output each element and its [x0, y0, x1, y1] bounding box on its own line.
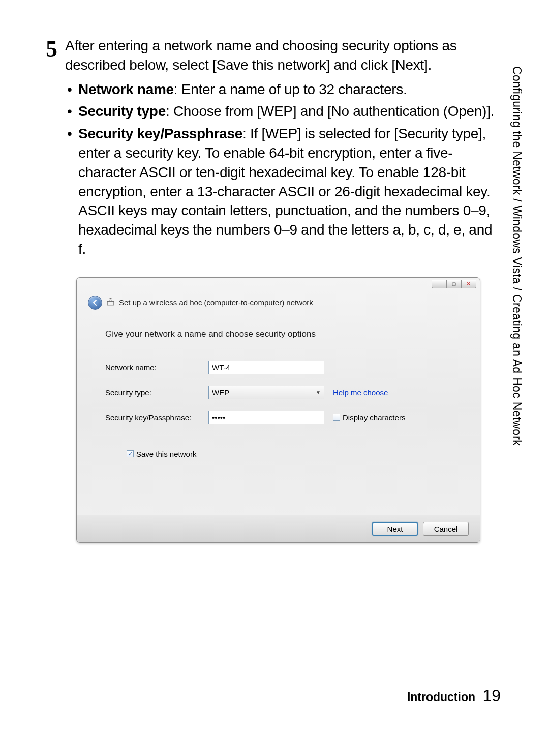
passphrase-label: Security key/Passphrase:: [105, 413, 208, 422]
bullet-security-type: Security type: Choose from [WEP] and [No…: [67, 102, 501, 121]
next-button[interactable]: Next: [372, 522, 418, 536]
dialog-title: Set up a wireless ad hoc (computer-to-co…: [119, 298, 313, 307]
close-button[interactable]: ✕: [461, 280, 476, 288]
security-type-value: WEP: [212, 388, 229, 397]
back-button[interactable]: [88, 296, 102, 310]
wizard-dialog: ─ ▢ ✕ Set up a wireless ad hoc (computer…: [76, 277, 480, 543]
svg-rect-0: [107, 302, 114, 305]
page-footer: Introduction 19: [407, 686, 501, 705]
step-intro: After entering a network name and choosi…: [65, 36, 501, 75]
network-name-input[interactable]: [208, 361, 324, 374]
display-characters-checkbox[interactable]: [333, 414, 340, 421]
display-characters-label: Display characters: [343, 413, 405, 422]
cancel-button[interactable]: Cancel: [423, 522, 469, 536]
network-name-label: Network name:: [105, 363, 208, 372]
save-network-label: Save this network: [136, 450, 196, 458]
dropdown-icon: ▼: [316, 390, 321, 395]
maximize-button[interactable]: ▢: [446, 280, 462, 288]
security-type-select[interactable]: WEP ▼: [208, 386, 324, 399]
step-number: 5: [46, 40, 57, 59]
help-me-choose-link[interactable]: Help me choose: [333, 388, 388, 397]
minimize-button[interactable]: ─: [432, 280, 447, 288]
security-type-label: Security type:: [105, 388, 208, 397]
save-network-checkbox[interactable]: ✓: [127, 450, 134, 457]
side-header: Configuring the Network / Windows Vista …: [510, 66, 524, 446]
bullet-security-key: Security key/Passphrase: If [WEP] is sel…: [67, 124, 501, 259]
bullet-network-name: Network name: Enter a name of up to 32 c…: [67, 80, 501, 99]
dialog-heading: Give your network a name and choose secu…: [105, 329, 460, 339]
passphrase-input[interactable]: [208, 411, 324, 424]
back-arrow-icon: [92, 299, 99, 306]
network-icon: [106, 298, 115, 307]
